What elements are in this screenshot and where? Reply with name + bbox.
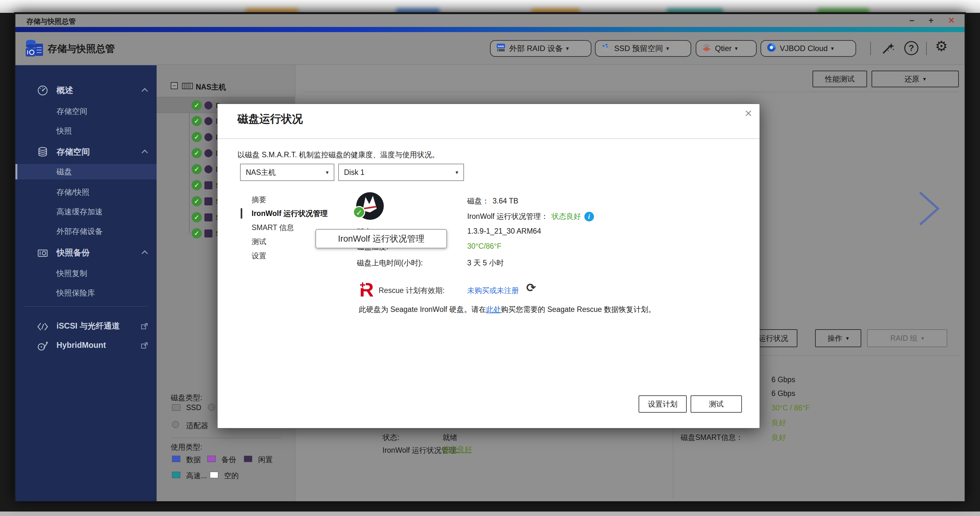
sidebar-divider (24, 306, 148, 306)
legend-cache-swatch (172, 472, 180, 478)
dialog-tab-settings[interactable]: 设置 (251, 251, 266, 261)
set-plan-label: 设置计划 (648, 399, 678, 409)
qtier-button[interactable]: Qtier ▾ (696, 40, 757, 57)
sidebar-section-overview[interactable]: 概述 (15, 83, 157, 98)
dialog-tab-ironwolf[interactable]: IronWolf 运行状况管理 (251, 208, 328, 218)
sidebar-item-disks[interactable]: 磁盘 (15, 164, 157, 179)
raid-group-label: RAID 组 (891, 333, 918, 343)
dialog-tab-test[interactable]: 测试 (251, 237, 266, 247)
app-window: 存储与快照总管 − + ✕ (14, 12, 966, 501)
info-icon[interactable]: i (584, 212, 594, 221)
sidebar-item-label: HybridMount (56, 341, 106, 350)
sidebar: 概述 存储空间 快照 (15, 65, 157, 501)
refresh-icon[interactable]: ⟳ (526, 281, 536, 295)
raid-group-button[interactable]: RAID 组 ▾ (867, 329, 947, 347)
settings-gear-icon[interactable]: ⚙ (935, 38, 948, 54)
desktop-top-strip (0, 0, 980, 13)
purchase-here-link[interactable]: 此处 (486, 305, 501, 314)
vjbod-cloud-button[interactable]: VJBOD Cloud ▾ (760, 40, 856, 57)
sidebar-section-snapshot-backup[interactable]: 快照备份 (15, 245, 157, 260)
test-button[interactable]: 测试 (690, 395, 742, 412)
healthy-check-icon: ✓ (192, 180, 202, 190)
rescue-plan-status-link[interactable]: 未购买或未注册 (467, 286, 519, 296)
vjbod-cloud-label: VJBOD Cloud (780, 44, 827, 53)
desktop-bottom-strip (0, 511, 980, 516)
sidebar-item-label: 快照 (56, 126, 72, 136)
dialog-tab-smart[interactable]: SMART 信息 (251, 222, 294, 233)
hdd-shape-icon (204, 101, 212, 110)
dialog-close-icon[interactable]: ✕ (745, 108, 752, 119)
test-label: 测试 (709, 399, 724, 409)
storage-disks-icon (37, 146, 49, 161)
chevron-up-icon[interactable] (142, 150, 148, 156)
ihm-status-value: 状态良好 (552, 212, 581, 221)
hybridmount-icon (37, 340, 49, 354)
ssd-shape-icon (204, 181, 212, 190)
smart-value: 良好 (772, 433, 786, 443)
usage-type-legend-title: 使用类型: (171, 442, 202, 452)
accent-gradient-bar (15, 27, 965, 32)
restore-button[interactable]: 还原 ▾ (872, 71, 959, 87)
svg-text:RAID: RAID (498, 45, 504, 48)
window-title: 存储与快照总管 (26, 17, 76, 26)
sidebar-item-snapshots-overview[interactable]: 快照 (15, 123, 157, 139)
close-icon[interactable]: ✕ (948, 15, 955, 25)
raid-enclosure-icon: RAID (496, 42, 506, 54)
window-titlebar[interactable]: 存储与快照总管 − + ✕ (15, 14, 965, 27)
sidebar-item-label: 快照保险库 (56, 288, 95, 298)
sidebar-section-label: 快照备份 (56, 247, 90, 258)
chevron-up-icon[interactable] (142, 88, 148, 94)
sidebar-section-label: 概述 (56, 85, 73, 96)
rescue-note-prefix: 此硬盘为 Seagate IronWolf 硬盘。请在 (359, 305, 486, 314)
sidebar-item-snapshot-replica[interactable]: 快照复制 (15, 266, 157, 281)
power-on-hours-label: 磁盘上电时间(小时): (357, 258, 423, 268)
dialog-tab-summary[interactable]: 摘要 (251, 194, 266, 205)
sidebar-item-label: 快照复制 (56, 268, 87, 279)
legend-free-label: 闲置 (258, 455, 273, 465)
sidebar-item-hybridmount[interactable]: HybridMount (15, 337, 157, 353)
sidebar-item-storage-space-overview[interactable]: 存储空间 (15, 104, 157, 119)
set-plan-button[interactable]: 设置计划 (639, 395, 687, 412)
selected-tab-indicator (241, 208, 242, 218)
temperature-value: 30°C / 86°F (772, 404, 810, 412)
collapse-icon[interactable]: − (171, 82, 178, 89)
sidebar-item-storage-snapshots[interactable]: 存储/快照 (15, 185, 157, 200)
caret-down-icon: ▾ (735, 45, 738, 52)
sidebar-item-snapshot-vault[interactable]: 快照保险库 (15, 285, 157, 301)
ihm-label: IronWolf 运行状况管理： (467, 212, 549, 221)
sidebar-item-label: 存储/快照 (56, 187, 89, 197)
sidebar-section-storage[interactable]: 存储空间 (15, 144, 157, 159)
caret-down-icon: ▾ (831, 45, 834, 52)
app-title: 存储与快照总管 (48, 42, 115, 56)
sidebar-item-iscsi-fc[interactable]: iSCSI 与光纤通道 (15, 318, 157, 333)
enclosure-select[interactable]: NAS主机 ▾ (240, 164, 334, 181)
tree-root-nas[interactable]: − NAS主机 (157, 80, 295, 93)
desktop: 存储与快照总管 − + ✕ (0, 0, 980, 516)
rescue-note: 此硬盘为 Seagate IronWolf 硬盘。请在此处购买您需要的 Seag… (359, 304, 655, 314)
ssd-overprovisioning-button[interactable]: SSD 预留空间 ▾ (595, 40, 691, 57)
next-chevron-icon[interactable] (916, 191, 942, 228)
ihm-status-link[interactable]: 状态良好 (442, 444, 472, 454)
caret-down-icon: ▾ (846, 335, 849, 342)
legend-ssd-swatch (172, 405, 180, 411)
legend-empty-label: 空的 (224, 471, 239, 481)
chevron-up-icon[interactable] (142, 250, 148, 257)
maximize-icon[interactable]: + (929, 15, 934, 25)
legend-backup-swatch (207, 455, 216, 462)
caret-down-icon: ▾ (566, 45, 569, 52)
benchmark-button[interactable]: 性能测试 (813, 71, 867, 87)
minimize-icon[interactable]: − (909, 15, 915, 25)
caret-down-icon: ▾ (923, 76, 926, 83)
sidebar-item-cache-acceleration[interactable]: 高速缓存加速 (15, 204, 157, 220)
disk-select[interactable]: Disk 1 ▾ (338, 164, 464, 181)
temperature-value: 30°C/86°F (467, 242, 501, 251)
help-icon[interactable]: ? (904, 41, 918, 55)
magic-wand-icon[interactable] (881, 41, 895, 57)
action-button[interactable]: 操作 ▾ (815, 329, 861, 347)
rescue-note-suffix: 购买您需要的 Seagate Rescue 数据恢复计划。 (501, 305, 655, 314)
hdd-shape-icon (204, 117, 212, 125)
snapshot-camera-icon (37, 247, 49, 261)
sidebar-item-external-storage[interactable]: 外部存储设备 (15, 224, 157, 239)
external-raid-button[interactable]: RAID 外部 RAID 设备 ▾ (490, 40, 592, 57)
external-link-icon (140, 342, 148, 352)
